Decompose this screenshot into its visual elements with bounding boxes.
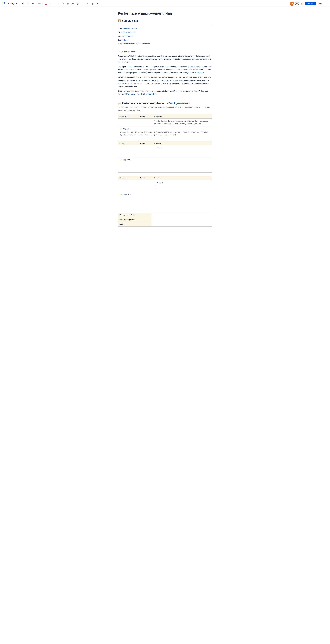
bold-button[interactable]: B [21,2,25,6]
deficit-cell-1 [139,118,153,126]
emoji-button[interactable]: ☺ [80,2,85,6]
text-color-button[interactable]: A ▾ [44,2,48,6]
notification-dot [293,4,294,6]
examples-list-2: Example [154,147,210,155]
manager-signature-value [151,212,212,217]
signature-row-manager: Manager signature [118,212,212,217]
signature-row-date: Date [118,222,212,226]
objective-text-label-3: Objective: [123,194,131,195]
dear-placeholder: <Employee name>, [122,50,137,52]
table-header-row: Expectation Deficit Examples [118,114,212,118]
email-section-heading: 📋 Sample email [118,19,212,22]
objective-label-2: ✨ Objective: [120,159,210,161]
image-button[interactable]: 🖼 [71,2,75,6]
more-plus-icon: +▾ [96,2,98,5]
text-color-icon: A [45,2,47,5]
align-button[interactable]: ☰ ▾ [37,2,41,6]
toolbar-divider-3 [43,2,43,5]
para2-num: <#> [125,69,128,70]
objective-emoji-2: ✨ [120,159,122,161]
objective-label-3: ✨ Objective: [120,194,210,196]
pip-section-heading: ✨ Performance improvement plan for <Empl… [118,102,212,105]
to-label: To: [118,31,120,33]
main-content: Performance improvement plan 📋 Sample em… [115,7,215,237]
expectation-table-2: Expectation Deficit Examples Example [118,141,212,157]
task-icon: ☑ [62,2,64,5]
more-options-icon: ··· [326,2,327,5]
signature-date-value [151,222,212,226]
email-para2: Starting on <Date> , you are being place… [118,65,212,74]
expectation-cell-1 [118,118,139,126]
para4-mid: , at [137,93,139,95]
examples-list-3: Example [154,181,210,190]
more-format-icon: ··· [31,2,34,5]
from-value: <Manager name> [123,27,137,29]
link-button[interactable]: 🔗 [66,2,70,6]
objective-emoji-1: ✨ [120,128,122,130]
email-from-field: From: <Manager name> [118,27,212,30]
layout-icon: ▦ [92,2,93,5]
close-button[interactable]: Close [317,2,323,6]
para2-end: . [204,72,205,74]
table-row-3: Example [118,180,212,192]
col-header-examples-3: Examples [153,176,212,180]
objective-block-2: ✨ Objective: [118,157,212,172]
col-header-expectation-1: Expectation [118,114,139,118]
toolbar-divider-1 [19,2,19,5]
bullet-list-button[interactable]: ≡ [51,2,55,6]
para4-name: <HRBP name> [124,93,136,95]
cc-value: <HRBP name> [121,35,133,37]
bold-icon: B [22,2,23,5]
align-chevron-icon: ▾ [40,3,41,4]
table-button[interactable]: ⊞ [85,2,89,6]
from-label: From: [118,27,123,29]
manager-signature-label: Manager signature [118,212,151,217]
para4-contact: <HRBP contact info> [140,93,156,95]
heading-selector[interactable]: Heading 2 ▾ [7,2,18,5]
publish-button[interactable]: Publish [305,2,316,6]
image-icon: 🖼 [72,2,74,5]
avatar-initials: CK [291,3,293,4]
add-button[interactable]: + [295,2,299,6]
list-item [157,153,210,155]
email-heading-emoji: 📋 [118,19,121,22]
signature-table: Manager signature Employee signature Dat… [118,212,212,226]
table-block-3: Expectation Deficit Examples Example [118,176,212,207]
col-header-examples-1: Examples [153,114,212,118]
task-button[interactable]: ☑ [61,2,65,6]
employee-signature-label: Employee signature [118,217,151,222]
email-date-field: Date: <Date> [118,39,212,41]
more-options-button[interactable]: ··· [324,2,329,6]
employee-signature-value [151,217,212,222]
email-para3: Review the information outlined below an… [118,76,212,88]
email-heading-text: Sample email [122,19,139,22]
date-label: Date: [118,39,122,41]
lock-button[interactable]: 🔒 [300,2,304,6]
numbered-list-button[interactable]: ⋮ [56,2,60,6]
email-section: 📋 Sample email From: <Manager name> To: … [118,19,212,96]
deficit-cell-2 [139,145,153,157]
more-plus-button[interactable]: +▾ [95,2,99,6]
close-label: Close [318,2,322,5]
para2-company: <Company> [194,72,204,74]
objective-label-1: ✨ Objective: [120,128,210,130]
heading-selector-label: Heading 2 [8,2,15,4]
more-format-button[interactable]: ··· [30,2,35,6]
list-item [157,184,210,187]
italic-button[interactable]: I [26,2,30,6]
app-logo [1,2,5,6]
table-header-row-3: Expectation Deficit Examples [118,176,212,180]
col-header-expectation-2: Expectation [118,141,139,145]
examples-cell-2: Example [153,145,212,157]
deficit-cell-3 [139,180,153,192]
layout-button[interactable]: ▦ [90,2,94,6]
email-body: Dear <Employee name>, The purpose of thi… [118,50,212,96]
mention-button[interactable]: @ [76,2,80,6]
bullet-list-icon: ≡ [53,2,54,5]
toolbar: Heading 2 ▾ B I ··· ☰ ▾ A ▾ ≡ ⋮ ☑ 🔗 � [0,0,330,7]
user-avatar-button[interactable]: CK [290,2,294,6]
cc-label: CC: [118,35,121,37]
pip-employee-placeholder: <Employee name> [167,102,190,105]
table-block-1: Expectation Deficit Examples Use the Sit… [118,114,212,138]
pip-heading-text: Performance improvement plan for [122,102,165,105]
